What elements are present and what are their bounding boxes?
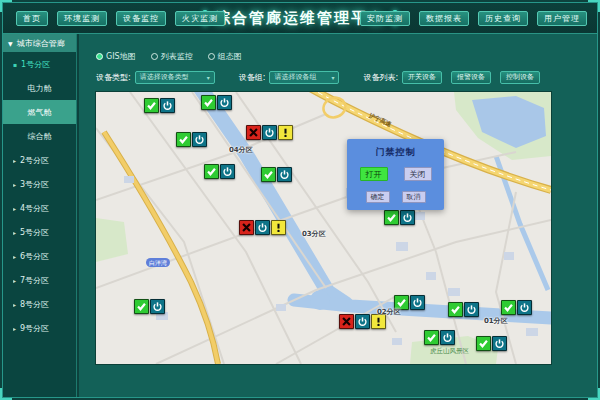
nav-history-button[interactable]: 历史查询 <box>478 11 528 26</box>
nav-equipment-button[interactable]: 设备监控 <box>116 11 166 26</box>
sidebar-root-label: 城市综合管廊 <box>17 38 65 49</box>
check-icon <box>448 302 463 317</box>
nav-security-button[interactable]: 安防监测 <box>360 11 410 26</box>
sidebar-item-power-cabin[interactable]: 电力舱 <box>3 76 76 100</box>
switch-devices-button[interactable]: 开关设备 <box>402 71 442 84</box>
sidebar-item-zone3[interactable]: ▸ 3号分区 <box>3 172 76 196</box>
check-icon <box>144 98 159 113</box>
nav-users-button[interactable]: 用户管理 <box>537 11 587 26</box>
alarm-devices-button[interactable]: 报警设备 <box>451 71 491 84</box>
close-button[interactable]: 关闭 <box>404 167 432 181</box>
device-marker-ok[interactable] <box>476 336 507 351</box>
view-mode-gis[interactable]: GIS地图 <box>96 51 136 62</box>
filter-bar: 设备类型: 请选择设备类型 ▾ 设备组: 请选择设备组 ▾ 设备列表: 开关设备… <box>96 70 545 84</box>
view-mode-label: 组态图 <box>218 51 242 62</box>
power-icon <box>355 314 370 329</box>
device-marker-ok[interactable] <box>384 210 415 225</box>
device-marker-ok[interactable] <box>204 164 235 179</box>
power-icon <box>517 300 532 315</box>
warn-icon <box>271 220 286 235</box>
sidebar-item-gas-cabin[interactable]: 燃气舱 <box>3 100 76 124</box>
power-icon <box>262 125 277 140</box>
check-icon <box>501 300 516 315</box>
device-marker-ok[interactable] <box>134 299 165 314</box>
access-control-dialog: 门禁控制 打开 关闭 确定 取消 <box>347 139 444 210</box>
nav-right: 安防监测 数据报表 历史查询 用户管理 <box>360 11 587 26</box>
sidebar-item-utility-cabin[interactable]: 综合舱 <box>3 124 76 148</box>
device-type-value: 请选择设备类型 <box>140 72 189 82</box>
sidebar-item-zone6[interactable]: ▸ 6号分区 <box>3 244 76 268</box>
sidebar-item-zone4[interactable]: ▸ 4号分区 <box>3 196 76 220</box>
control-devices-button[interactable]: 控制设备 <box>500 71 540 84</box>
nav-left: 首页 环境监测 设备监控 火灾监测 <box>16 11 225 26</box>
dialog-secondary-row: 确定 取消 <box>347 191 444 203</box>
device-marker-ok[interactable] <box>144 98 175 113</box>
view-mode-scada[interactable]: 组态图 <box>208 51 242 62</box>
open-button[interactable]: 打开 <box>360 167 388 181</box>
check-icon <box>176 132 191 147</box>
dialog-primary-row: 打开 关闭 <box>347 167 444 181</box>
device-marker-ok[interactable] <box>424 330 455 345</box>
nav-environment-button[interactable]: 环境监测 <box>57 11 107 26</box>
sidebar-item-label: 综合舱 <box>28 131 52 142</box>
sidebar-item-zone1[interactable]: ▪ 1号分区 <box>3 52 76 76</box>
zone-section-label: 04分区 <box>229 145 253 155</box>
device-marker-ok[interactable] <box>201 95 232 110</box>
check-icon <box>384 210 399 225</box>
map-place-label: 沪宁高速 <box>367 112 393 130</box>
caret-icon: ▸ <box>13 277 16 284</box>
sidebar-item-zone9[interactable]: ▸ 9号分区 <box>3 316 76 340</box>
sidebar-item-label: 6号分区 <box>20 251 49 262</box>
zone-section-label: 03分区 <box>302 229 326 239</box>
check-icon <box>476 336 491 351</box>
power-icon <box>217 95 232 110</box>
sidebar-item-zone8[interactable]: ▸ 8号分区 <box>3 292 76 316</box>
device-marker-alarm[interactable] <box>246 125 293 140</box>
zone-section-label: 02分区 <box>377 307 401 317</box>
nav-home-button[interactable]: 首页 <box>16 11 48 26</box>
chevron-down-icon: ▾ <box>207 74 210 81</box>
device-group-value: 请选择设备组 <box>274 72 316 82</box>
app-window: 综合管廊运维管理平台 首页 环境监测 设备监控 火灾监测 安防监测 数据报表 历… <box>0 0 600 400</box>
device-list-group: 设备列表: 开关设备 报警设备 控制设备 <box>363 71 545 84</box>
map-overlay: 04分区03分区02分区01分区沪宁高速虎丘山风景区白洋湾 <box>96 92 551 364</box>
radio-icon <box>208 53 215 60</box>
sidebar-item-zone5[interactable]: ▸ 5号分区 <box>3 220 76 244</box>
sidebar-item-zone2[interactable]: ▸ 2号分区 <box>3 148 76 172</box>
sidebar-item-zone7[interactable]: ▸ 7号分区 <box>3 268 76 292</box>
nav-reports-button[interactable]: 数据报表 <box>419 11 469 26</box>
sidebar-item-label: 2号分区 <box>20 155 49 166</box>
power-icon <box>192 132 207 147</box>
sidebar-item-label: 9号分区 <box>20 323 49 334</box>
map-place-label: 虎丘山风景区 <box>430 347 469 356</box>
nav-fire-button[interactable]: 火灾监测 <box>175 11 225 26</box>
caret-icon: ▸ <box>13 229 16 236</box>
power-icon <box>220 164 235 179</box>
device-marker-ok[interactable] <box>501 300 532 315</box>
caret-icon: ▸ <box>13 181 16 188</box>
power-icon <box>492 336 507 351</box>
device-type-group: 设备类型: 请选择设备类型 ▾ <box>96 71 215 84</box>
device-group-select[interactable]: 请选择设备组 ▾ <box>269 71 339 84</box>
device-marker-alarm[interactable] <box>239 220 286 235</box>
warn-icon <box>278 125 293 140</box>
power-icon <box>464 302 479 317</box>
caret-icon: ▸ <box>13 301 16 308</box>
check-icon <box>134 299 149 314</box>
device-type-select[interactable]: 请选择设备类型 ▾ <box>135 71 215 84</box>
dot-icon: ▪ <box>13 61 17 68</box>
zone-section-label: 01分区 <box>484 316 508 326</box>
confirm-button[interactable]: 确定 <box>366 191 390 203</box>
radio-selected-icon <box>96 53 103 60</box>
device-marker-ok[interactable] <box>176 132 207 147</box>
power-icon <box>400 210 415 225</box>
sidebar-root-node[interactable]: ▼ 城市综合管廊 <box>3 34 76 52</box>
cancel-button[interactable]: 取消 <box>402 191 426 203</box>
device-marker-ok[interactable] <box>448 302 479 317</box>
device-group-group: 设备组: 请选择设备组 ▾ <box>239 71 340 84</box>
device-marker-ok[interactable] <box>261 167 292 182</box>
caret-icon: ▸ <box>13 253 16 260</box>
view-mode-list[interactable]: 列表监控 <box>151 51 193 62</box>
sidebar-item-label: 1号分区 <box>21 59 50 70</box>
gis-map[interactable]: 04分区03分区02分区01分区沪宁高速虎丘山风景区白洋湾 门禁控制 打开 关闭… <box>95 91 552 365</box>
